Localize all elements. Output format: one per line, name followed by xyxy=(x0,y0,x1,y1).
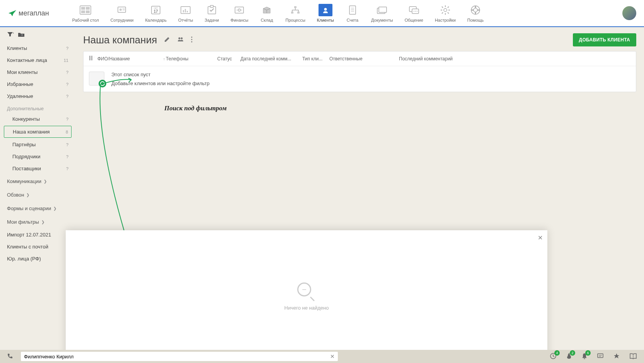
svg-text:+: + xyxy=(21,34,23,36)
sidebar-partners[interactable]: Партнёры? xyxy=(0,139,75,151)
svg-rect-2 xyxy=(86,7,90,10)
nav-bar: Рабочий стол Сотрудники ОКТ17Календарь О… xyxy=(72,4,622,22)
sidebar-calling[interactable]: Обзвон❯ xyxy=(0,188,75,202)
sort-asc-icon: ↑ xyxy=(163,57,165,61)
sidebar-forms[interactable]: Формы и сценарии❯ xyxy=(0,202,75,215)
sidebar-import[interactable]: Импорт 12.07.2021 xyxy=(0,229,75,241)
sidebar-contractors[interactable]: Подрядчики? xyxy=(0,151,75,163)
sidebar-my-filters[interactable]: Мои фильтры❯ xyxy=(0,215,75,229)
svg-point-44 xyxy=(181,37,183,39)
clients-table: + ФИО/Название ↑Телефоны Статус Дата пос… xyxy=(83,51,636,92)
annotation-text: Поиск под фильтром xyxy=(164,104,227,112)
svg-rect-7 xyxy=(123,9,125,9)
clear-icon[interactable]: ✕ xyxy=(330,353,335,359)
svg-rect-22 xyxy=(294,6,296,8)
sidebar-contacts[interactable]: Контактные лица11 xyxy=(0,54,75,66)
search-input[interactable] xyxy=(24,354,330,360)
svg-point-40 xyxy=(474,8,477,12)
svg-rect-8 xyxy=(123,10,125,10)
bell-icon[interactable]: 6 xyxy=(581,353,588,360)
nav-calendar[interactable]: ОКТ17Календарь xyxy=(145,4,167,22)
empty-title: Этот список пуст xyxy=(111,72,210,77)
svg-rect-4 xyxy=(86,10,90,13)
book-icon[interactable] xyxy=(629,353,637,360)
svg-point-6 xyxy=(119,9,122,11)
nav-warehouse[interactable]: Склад xyxy=(260,4,274,22)
chevron-right-icon: ❯ xyxy=(26,193,29,197)
svg-point-20 xyxy=(237,10,237,10)
nav-communication[interactable]: Общение xyxy=(405,4,423,22)
col-resp[interactable]: Ответственные xyxy=(329,56,399,62)
sidebar: + + Клиенты? Контактные лица11 Мои клиен… xyxy=(0,27,75,359)
sidebar-my-clients[interactable]: Мои клиенты? xyxy=(0,66,75,78)
star-icon[interactable] xyxy=(613,353,620,360)
no-results-icon xyxy=(297,283,316,301)
sidebar-deleted[interactable]: Удаленные? xyxy=(0,90,75,102)
more-icon[interactable] xyxy=(191,36,193,44)
sidebar-favorites[interactable]: Избранные? xyxy=(0,78,75,90)
fire-icon[interactable]: 2 xyxy=(566,353,572,360)
nav-documents[interactable]: Документы xyxy=(371,4,393,22)
nav-settings[interactable]: Настройки xyxy=(435,4,456,22)
logo[interactable]: мегаплан xyxy=(8,9,49,18)
filter-add-icon[interactable]: + xyxy=(7,32,14,38)
nav-tasks[interactable]: Задачи xyxy=(204,4,219,22)
svg-rect-49 xyxy=(91,56,92,60)
svg-point-43 xyxy=(179,37,181,39)
top-navigation: мегаплан Рабочий стол Сотрудники ОКТ17Ка… xyxy=(0,0,644,27)
sidebar-competitors[interactable]: Конкуренты? xyxy=(0,113,75,125)
col-lastcomm[interactable]: Дата последней комм... xyxy=(240,56,302,62)
col-name[interactable]: ФИО/Название xyxy=(97,56,163,62)
search-bar: ✕ xyxy=(21,352,338,359)
columns-config-icon[interactable]: + xyxy=(89,55,94,62)
nav-reports[interactable]: Отчёты xyxy=(178,4,193,22)
phone-icon[interactable] xyxy=(7,353,13,360)
user-avatar[interactable] xyxy=(622,6,636,20)
svg-rect-48 xyxy=(89,56,90,60)
bottom-bar: ✕ !4 2 6 xyxy=(0,350,644,359)
activity-icon[interactable]: !4 xyxy=(550,353,557,360)
svg-rect-14 xyxy=(185,9,186,12)
sidebar-legal[interactable]: Юр. лица (РФ) xyxy=(0,253,75,265)
nav-employees[interactable]: Сотрудники xyxy=(111,4,134,22)
svg-point-38 xyxy=(444,9,447,12)
col-comment[interactable]: Последний комментарий xyxy=(399,56,630,62)
nav-processes[interactable]: Процессы xyxy=(285,4,305,22)
col-type[interactable]: Тип кли... xyxy=(302,56,329,62)
col-phone[interactable]: ↑Телефоны xyxy=(163,56,217,62)
chevron-right-icon: ❯ xyxy=(53,206,56,211)
nav-invoices[interactable]: Счета xyxy=(346,4,359,22)
sidebar-our-company[interactable]: Наша компания8 xyxy=(4,126,72,138)
svg-rect-27 xyxy=(349,6,356,14)
col-status[interactable]: Статус xyxy=(217,56,240,62)
svg-point-36 xyxy=(415,11,416,12)
sidebar-communications[interactable]: Коммуникации❯ xyxy=(0,175,75,188)
svg-rect-17 xyxy=(210,5,213,7)
empty-image xyxy=(89,72,104,86)
svg-point-21 xyxy=(241,10,242,10)
nav-desktop[interactable]: Рабочий стол xyxy=(72,4,99,22)
search-results-popup: ✕ Ничего не найдено xyxy=(66,230,547,359)
sidebar-suppliers[interactable]: Поставщики? xyxy=(0,163,75,175)
svg-rect-13 xyxy=(183,10,184,12)
svg-point-26 xyxy=(324,8,327,11)
nav-clients[interactable]: Клиенты xyxy=(317,4,334,22)
group-icon[interactable] xyxy=(177,36,184,44)
nav-help[interactable]: Помощь xyxy=(467,4,484,22)
logo-icon xyxy=(8,9,17,18)
chevron-right-icon: ❯ xyxy=(41,220,44,224)
svg-rect-53 xyxy=(598,354,603,358)
close-icon[interactable]: ✕ xyxy=(538,234,543,241)
nav-finance[interactable]: Финансы xyxy=(230,4,248,22)
sidebar-clients[interactable]: Клиенты? xyxy=(0,42,75,54)
folder-add-icon[interactable]: + xyxy=(18,32,25,38)
edit-icon[interactable] xyxy=(164,36,170,44)
add-client-button[interactable]: ДОБАВИТЬ КЛИЕНТА xyxy=(573,33,636,46)
svg-point-37 xyxy=(417,11,417,12)
svg-point-47 xyxy=(191,41,193,42)
sidebar-clients-email[interactable]: Клиенты с почтой xyxy=(0,241,75,253)
sidebar-additional-header: Дополнительные xyxy=(0,102,75,113)
svg-point-19 xyxy=(238,9,240,11)
chat-icon[interactable] xyxy=(597,353,604,360)
svg-text:+: + xyxy=(94,55,94,59)
